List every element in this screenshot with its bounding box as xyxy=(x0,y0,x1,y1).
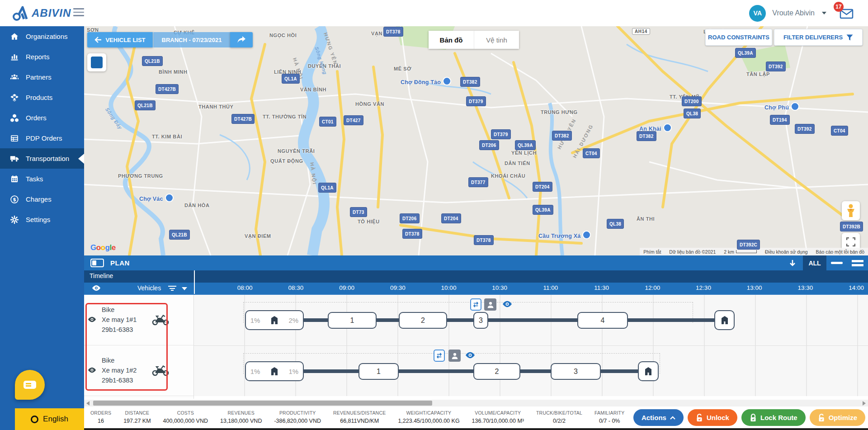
vehicle-list-button[interactable]: VEHICLE LIST xyxy=(87,32,153,47)
depot-start-box[interactable]: 1%2% xyxy=(245,310,304,330)
stat-value: 136.70/10,000.00 M³ xyxy=(472,418,524,424)
download-button[interactable] xyxy=(782,255,803,270)
brand-logo[interactable]: ABIVIN xyxy=(13,5,71,21)
eye-icon[interactable] xyxy=(88,317,96,322)
sidebar-item-products[interactable]: Products xyxy=(0,87,84,108)
stop-box-3[interactable]: 3 xyxy=(551,363,601,380)
sidebar-item-pdp-orders[interactable]: PDP Orders xyxy=(0,128,84,148)
sidebar-item-tasks[interactable]: Tasks xyxy=(0,169,84,189)
swap-route-button[interactable] xyxy=(470,298,481,311)
depot-end-box[interactable] xyxy=(638,361,659,381)
unlock-icon xyxy=(696,414,703,422)
map-label: PHƯƠNG TRUNG xyxy=(118,173,163,179)
actions-button[interactable]: Actions xyxy=(633,409,684,426)
stop-box-2[interactable]: 2 xyxy=(399,312,447,329)
stop-box-4[interactable]: 4 xyxy=(577,312,628,329)
warehouse-icon xyxy=(269,366,280,377)
menu-hamburger-icon[interactable] xyxy=(73,8,84,17)
lock-route-button[interactable]: Lock Route xyxy=(741,409,806,426)
stat-label: REVENUES xyxy=(220,410,262,416)
sidebar-item-charges[interactable]: $Charges xyxy=(0,189,84,209)
unlock-button[interactable]: Unlock xyxy=(688,409,737,426)
time-tick: 12:00 xyxy=(645,284,660,291)
eye-icon[interactable] xyxy=(88,367,96,373)
attr-terms[interactable]: Điều khoản sử dụng xyxy=(765,249,808,255)
stat-value: 0/7 - 0% xyxy=(594,418,624,424)
depot-start-box[interactable]: 1%1% xyxy=(245,361,304,381)
sidebar-item-partners[interactable]: Partners xyxy=(0,67,84,87)
chat-bubble-button[interactable] xyxy=(15,370,45,400)
pegman-control[interactable] xyxy=(842,201,860,220)
share-route-button[interactable] xyxy=(230,32,253,47)
road-badge: QL39A xyxy=(735,48,756,58)
map-label: ÂN THI xyxy=(637,216,655,222)
horizontal-scrollbar[interactable] xyxy=(84,400,868,406)
road-badge: CT01 xyxy=(319,117,336,127)
branch-date-button[interactable]: BRANCH - 07/23/2021 xyxy=(153,32,230,47)
stat-productivity: PRODUCTIVITY-386,820,000 VND xyxy=(274,410,321,424)
road-badge: DT194 xyxy=(770,115,790,125)
assign-driver-button[interactable] xyxy=(484,298,496,311)
attr-data: Dữ liệu bản đồ ©2021 xyxy=(669,249,716,255)
vehicles-header: Vehicles 08:0008:3009:0009:3010:0010:301… xyxy=(84,283,868,294)
pegman-icon xyxy=(846,204,856,217)
road-badge: QL39A xyxy=(515,140,536,150)
stat-label: DISTANCE xyxy=(123,410,151,416)
stat-familiarity: FAMILIARITY0/7 - 0% xyxy=(594,410,624,424)
route-visibility-button[interactable] xyxy=(466,352,475,359)
road-badge: DT427 xyxy=(344,115,363,125)
road-badge: QL21B xyxy=(142,56,163,66)
map-layer-toggle[interactable] xyxy=(87,53,106,71)
map-type-satellite[interactable]: Vệ tinh xyxy=(474,31,519,49)
scroll-right-icon[interactable] xyxy=(863,401,866,406)
assign-driver-button[interactable] xyxy=(448,350,461,362)
road-badge: DT378 xyxy=(383,27,403,37)
scroll-left-icon[interactable] xyxy=(86,401,90,406)
language-selector[interactable]: English xyxy=(15,408,84,430)
vehicle-filter-icon[interactable] xyxy=(168,286,176,291)
vehicle-sort-caret-icon[interactable] xyxy=(182,287,187,290)
notifications[interactable]: 17 xyxy=(839,6,854,20)
stop-box-1[interactable]: 1 xyxy=(359,363,399,380)
optimize-button[interactable]: Optimize xyxy=(810,409,865,426)
stop-box-3[interactable]: 3 xyxy=(473,312,488,329)
road-badge: DT427B xyxy=(156,84,179,94)
google-logo: Google xyxy=(90,243,116,252)
sidebar-item-settings[interactable]: Settings xyxy=(0,209,84,230)
map-canvas[interactable]: SƠNCỰ KHÊNGỌC HỒIVẠN PHÚCLIỄU XÁTÂN LẬPB… xyxy=(84,26,868,255)
depot-end-box[interactable] xyxy=(714,310,735,330)
stat-label: VOLUME/CAPACITY xyxy=(472,410,524,416)
route-visibility-button[interactable] xyxy=(503,301,512,308)
collapse-button[interactable] xyxy=(826,255,847,270)
vehicle-column: BikeXe may 1#129b1-6383BikeXe may 1#229b… xyxy=(84,295,194,399)
map-type-map[interactable]: Bản đồ xyxy=(429,31,474,49)
swap-route-button[interactable] xyxy=(434,350,445,362)
dollar-icon: $ xyxy=(10,195,19,204)
road-constraints-button[interactable]: ROAD CONSTRAINTS xyxy=(705,29,772,46)
sidebar-item-reports[interactable]: Reports xyxy=(0,47,84,67)
sidebar-item-label: Settings xyxy=(26,216,50,223)
back-arrow-icon xyxy=(94,37,102,43)
sidebar-item-organizations[interactable]: Organizations xyxy=(0,26,84,47)
stop-box-1[interactable]: 1 xyxy=(328,312,377,329)
eye-icon[interactable] xyxy=(92,285,100,291)
scrollbar-thumb[interactable] xyxy=(93,401,432,406)
plan-toggle-icon[interactable] xyxy=(90,259,104,267)
vehicle-info: BikeXe may 1#229b1-6383 xyxy=(102,355,137,385)
attr-shortcuts[interactable]: Phím tắt xyxy=(643,249,661,255)
avatar[interactable]: VA xyxy=(749,5,766,22)
stop-box-2[interactable]: 2 xyxy=(473,363,520,380)
vehicle-name: Xe may 1#2 xyxy=(102,365,137,375)
road-badge: DT392 xyxy=(795,124,815,134)
vehicle-row-1[interactable]: BikeXe may 1#129b1-6383 xyxy=(84,295,193,345)
chevron-down-icon[interactable] xyxy=(822,12,826,14)
sidebar-item-orders[interactable]: Orders xyxy=(0,108,84,128)
all-filter-button[interactable]: ALL xyxy=(803,255,826,270)
sidebar-item-label: Products xyxy=(26,94,52,101)
attr-report[interactable]: Báo cáo một lỗi bản đồ xyxy=(816,249,864,255)
user-name[interactable]: Vroute Abivin xyxy=(772,9,815,17)
sidebar-item-transportation[interactable]: Transportation xyxy=(0,148,84,169)
expand-button[interactable] xyxy=(847,255,868,270)
filter-deliverers-button[interactable]: FILTER DELIVERERS xyxy=(774,29,863,46)
vehicle-row-2[interactable]: BikeXe may 1#229b1-6383 xyxy=(84,345,193,396)
